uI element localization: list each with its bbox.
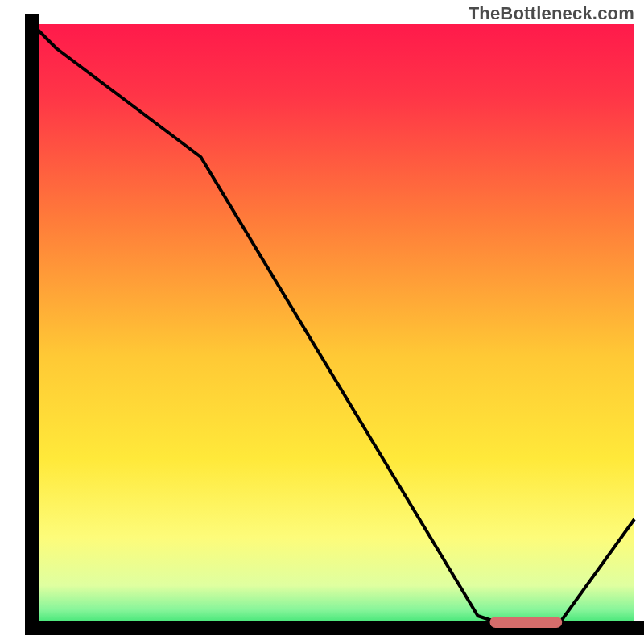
optimum-marker bbox=[489, 617, 562, 628]
watermark-text: TheBottleneck.com bbox=[469, 3, 634, 24]
chart-container: TheBottleneck.com bbox=[0, 0, 644, 644]
plot-background bbox=[32, 24, 634, 628]
bottleneck-chart bbox=[0, 0, 644, 644]
